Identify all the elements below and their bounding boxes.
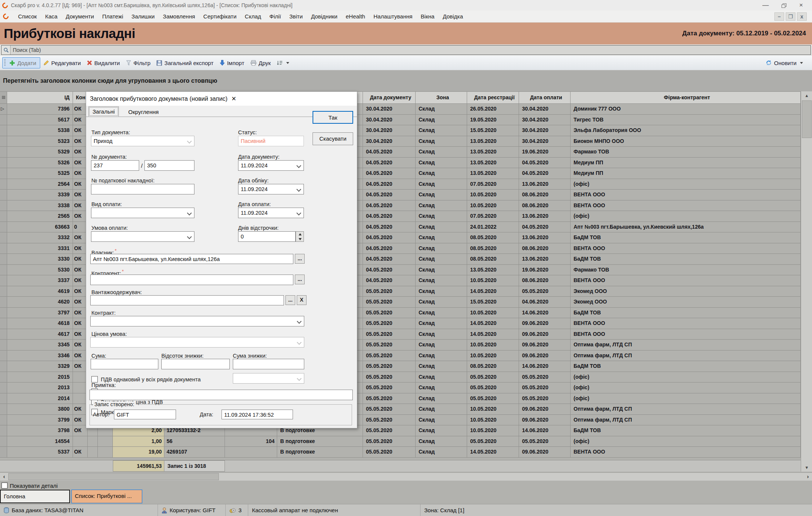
group-by-band[interactable]: Перетягніть заголовок колонки сюди для у… xyxy=(0,70,812,91)
menu-item-5[interactable]: Залишки xyxy=(127,12,159,21)
payment-kind-combo[interactable] xyxy=(91,208,194,218)
menu-item-11[interactable]: Довідники xyxy=(307,12,341,21)
menu-item-12[interactable]: eHealth xyxy=(341,12,369,21)
view-options-button[interactable] xyxy=(274,58,292,67)
contract-combo[interactable] xyxy=(90,316,304,326)
menu-item-2[interactable]: Каса xyxy=(41,12,62,21)
owner-browse-button[interactable]: ... xyxy=(295,254,305,264)
dialog-tab-general[interactable]: Загальні xyxy=(88,106,119,117)
discount-pct-input[interactable] xyxy=(161,359,230,369)
cell-doc-date: 04.05.2020 xyxy=(363,222,416,233)
show-details-checkbox[interactable] xyxy=(2,483,8,489)
column-header-reg-date[interactable]: Дата реєстрації xyxy=(467,92,519,103)
menu-item-13[interactable]: Налаштування xyxy=(369,12,417,21)
author-input[interactable]: GIFT xyxy=(114,410,176,419)
menu-item-9[interactable]: Філії xyxy=(265,12,285,21)
horizontal-scroll-thumb[interactable] xyxy=(8,473,219,480)
mdi-restore-icon[interactable]: ❐ xyxy=(786,12,795,21)
dropdown-caret-icon xyxy=(286,62,289,64)
ok-button[interactable]: Так xyxy=(313,111,353,124)
export-button[interactable]: Загальний експорт xyxy=(153,58,217,68)
cell-doc-date: 05.05.2020 xyxy=(363,425,416,436)
tab-list-active[interactable]: Список: Прибуткові ... xyxy=(71,490,142,503)
menu-item-15[interactable]: Довідка xyxy=(439,12,467,21)
edit-button[interactable]: Редагувати xyxy=(40,58,84,68)
sum-input[interactable] xyxy=(91,359,158,369)
cancel-button[interactable]: Скасувати xyxy=(313,132,353,145)
sort-list-icon xyxy=(277,60,283,65)
consignee-input[interactable] xyxy=(90,295,284,305)
search-input[interactable] xyxy=(11,46,810,54)
delete-button[interactable]: Видалити xyxy=(84,58,123,68)
plus-icon xyxy=(9,60,15,66)
menu-item-8[interactable]: Склад xyxy=(241,12,265,21)
dialog-tab-rounding[interactable]: Округлення xyxy=(124,107,162,117)
cell-zone: Склад xyxy=(416,232,467,243)
dialog-close-icon[interactable]: ✕ xyxy=(231,95,236,102)
cell-id: 4618 xyxy=(7,318,73,329)
row-selector-cell xyxy=(0,136,7,147)
import-button[interactable]: Імпорт xyxy=(217,58,247,68)
contragent-browse-button[interactable]: ... xyxy=(295,275,305,284)
note-input[interactable] xyxy=(90,390,353,400)
account-date-combo[interactable]: 11.09.2024 xyxy=(238,184,304,194)
tax-invoice-input[interactable] xyxy=(91,184,194,194)
mdi-close-icon[interactable]: x xyxy=(797,12,807,21)
consignee-clear-button[interactable]: X xyxy=(297,295,307,305)
scroll-up-icon[interactable]: ▲ xyxy=(801,91,812,100)
tab-home[interactable]: Головна xyxy=(0,490,70,503)
delay-days-spinner[interactable] xyxy=(296,231,304,242)
doc-number-input-2[interactable]: 350 xyxy=(144,160,194,171)
vat-rate-combo[interactable] xyxy=(233,373,304,384)
row-selector-cell xyxy=(0,447,7,458)
scroll-right-icon[interactable]: › xyxy=(804,473,812,481)
row-selector-header[interactable] xyxy=(0,92,7,103)
filter-button[interactable]: Фільтр xyxy=(123,58,153,68)
payment-term-combo[interactable] xyxy=(91,231,194,242)
menu-item-6[interactable]: Замовлення xyxy=(159,12,199,21)
column-header-id[interactable]: ІД xyxy=(7,92,73,103)
table-row[interactable]: 5337 ОК 19,00 4269107 В подготовке 05.05… xyxy=(0,447,801,458)
vat-same-checkbox[interactable] xyxy=(91,376,98,382)
menu-item-1[interactable]: Список xyxy=(14,12,41,21)
doc-number-input-1[interactable]: 237 xyxy=(91,160,139,171)
horizontal-scrollbar[interactable]: ‹ › xyxy=(0,472,812,481)
table-row[interactable]: 14554 1,00 56 104 В подготовке 05.05.202… xyxy=(0,436,801,447)
cell-reg-date: 10.05.2020 xyxy=(467,275,519,286)
scroll-left-icon[interactable]: ‹ xyxy=(0,473,8,481)
search-box[interactable] xyxy=(1,45,811,55)
doc-type-combo[interactable]: Приход xyxy=(91,136,194,146)
add-button[interactable]: Додати xyxy=(2,57,40,68)
menu-item-10[interactable]: Звіти xyxy=(285,12,307,21)
close-icon[interactable]: × xyxy=(799,0,803,10)
menu-item-14[interactable]: Вікна xyxy=(417,12,439,21)
column-header-pay-date[interactable]: Дата оплати xyxy=(519,92,571,103)
vertical-scroll-thumb[interactable] xyxy=(802,100,812,138)
mdi-minimize-icon[interactable]: – xyxy=(774,12,784,21)
scroll-down-icon[interactable]: ▼ xyxy=(801,463,812,472)
column-header-firm[interactable]: Фірма-контрагент xyxy=(571,92,801,103)
vertical-scrollbar[interactable]: ▲ ▼ xyxy=(801,91,812,472)
cell-reg-date: 14.05.2020 xyxy=(467,286,519,297)
minimize-icon[interactable]: — xyxy=(762,0,769,10)
price-condition-combo[interactable] xyxy=(90,337,304,348)
menu-item-4[interactable]: Платежі xyxy=(98,12,127,21)
print-button[interactable]: Друк xyxy=(247,58,274,68)
menu-item-7[interactable]: Сертифікати xyxy=(199,12,241,21)
pay-date-combo[interactable]: 11.09.2024 xyxy=(238,208,304,218)
menu-item-3[interactable]: Документи xyxy=(62,12,98,21)
delay-days-input[interactable]: 0 xyxy=(238,231,296,242)
doc-date-combo[interactable]: 11.09.2024 xyxy=(238,160,304,171)
column-header-doc-date[interactable]: Дата документу xyxy=(363,92,416,103)
owner-input[interactable]: Апт №003 пгт.Барышевка, ул.Киевский шлях… xyxy=(90,254,293,264)
created-date-input[interactable]: 11.09.2024 17:36:52 xyxy=(222,410,293,419)
cell-id: 2014 xyxy=(7,393,73,404)
row-selector-cell xyxy=(0,297,7,308)
consignee-browse-button[interactable]: ... xyxy=(285,295,295,305)
refresh-button[interactable]: Оновити xyxy=(763,58,806,68)
discount-sum-input[interactable] xyxy=(233,359,304,369)
contragent-input[interactable] xyxy=(90,275,293,285)
column-header-zone[interactable]: Зона xyxy=(416,92,467,103)
restore-icon[interactable] xyxy=(782,3,786,8)
cell-zone: Склад xyxy=(416,318,467,329)
